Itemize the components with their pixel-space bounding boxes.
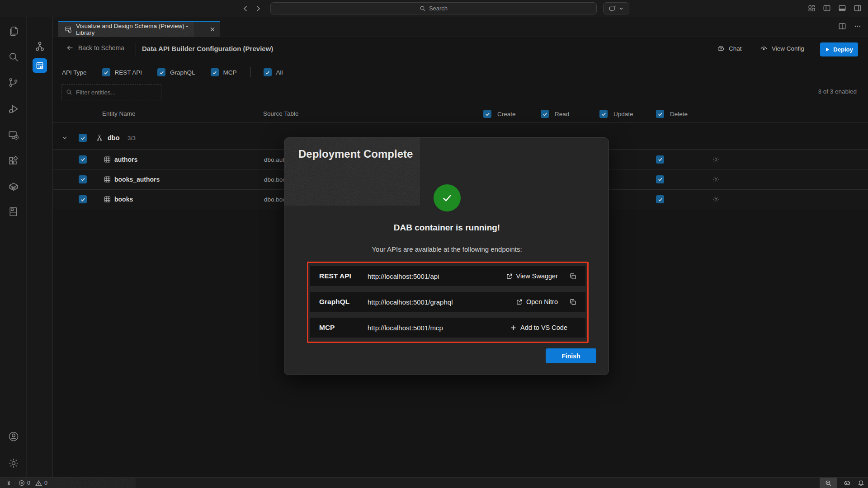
- endpoint-action-label: View Swagger: [516, 272, 558, 280]
- endpoint-row-mcp: MCP http://localhost:5001/mcp Add to VS …: [310, 318, 585, 338]
- finish-button[interactable]: Finish: [546, 348, 596, 363]
- search-view-icon[interactable]: [7, 51, 19, 63]
- explorer-icon[interactable]: [7, 25, 19, 37]
- row-checkbox[interactable]: [79, 195, 87, 203]
- source-control-icon[interactable]: [7, 76, 19, 89]
- external-link-icon: [516, 299, 523, 305]
- title-bar: Search: [0, 0, 868, 17]
- copy-icon[interactable]: [570, 273, 576, 280]
- delete-all-checkbox[interactable]: [656, 110, 664, 118]
- table-icon: [104, 175, 111, 183]
- mcp-checkbox[interactable]: [211, 68, 219, 76]
- open-nitro-link[interactable]: Open Nitro: [516, 298, 558, 305]
- delete-checkbox[interactable]: [656, 195, 664, 203]
- filter-entities-input[interactable]: Filter entities...: [61, 84, 161, 100]
- group-name: dbo: [108, 134, 120, 141]
- database-view-icon[interactable]: [7, 206, 19, 218]
- row-checkbox[interactable]: [79, 175, 87, 183]
- toggle-secondary-sidebar-icon[interactable]: [853, 3, 863, 13]
- extensions-icon[interactable]: [7, 155, 19, 167]
- eye-icon: [760, 44, 768, 53]
- add-to-vscode-link[interactable]: Add to VS Code: [510, 324, 567, 331]
- remote-explorer-icon[interactable]: [7, 129, 19, 141]
- dialog-subheading: Your APIs are available at the following…: [284, 245, 609, 253]
- api-type-row: API Type REST API GraphQL MCP All: [62, 65, 283, 80]
- play-icon: [825, 47, 830, 52]
- graphql-checkbox[interactable]: [157, 68, 165, 76]
- page-title: Data API Builder Configuration (Preview): [142, 45, 273, 52]
- delete-checkbox[interactable]: [656, 175, 664, 183]
- run-debug-icon[interactable]: [7, 103, 19, 115]
- zoom-indicator-icon[interactable]: [820, 478, 837, 488]
- view-rail: [27, 17, 53, 477]
- row-settings-gear-icon[interactable]: [712, 155, 720, 163]
- settings-gear-icon[interactable]: [7, 457, 19, 469]
- dab-config-view-icon[interactable]: [33, 58, 47, 73]
- header-divider: [136, 42, 136, 56]
- more-actions-icon[interactable]: [854, 22, 862, 30]
- tab-close-icon[interactable]: [210, 27, 215, 32]
- back-to-schema-link[interactable]: Back to Schema: [66, 44, 124, 52]
- activity-bar: [0, 17, 27, 477]
- rest-api-label: REST API: [115, 69, 142, 76]
- update-all-checkbox[interactable]: [599, 110, 608, 118]
- toggle-panel-icon[interactable]: [837, 3, 847, 13]
- search-placeholder: Search: [429, 5, 448, 12]
- search-input[interactable]: Search: [270, 2, 597, 14]
- nav-back-icon[interactable]: [241, 4, 250, 14]
- account-icon[interactable]: [7, 430, 19, 442]
- delete-checkbox[interactable]: [656, 155, 664, 164]
- nav-forward-icon[interactable]: [253, 4, 263, 14]
- col-update: Update: [613, 111, 633, 117]
- dialog-title: Deployment Complete: [298, 148, 413, 160]
- arrow-left-icon: [66, 44, 74, 52]
- col-entity-name: Entity Name: [102, 110, 136, 117]
- view-config-button[interactable]: View Config: [760, 44, 804, 53]
- copilot-status-icon[interactable]: [843, 479, 851, 487]
- back-label: Back to Schema: [78, 44, 124, 52]
- api-type-label: API Type: [62, 69, 87, 76]
- row-settings-gear-icon[interactable]: [712, 175, 720, 183]
- rest-api-checkbox[interactable]: [102, 68, 110, 76]
- row-settings-gear-icon[interactable]: [712, 196, 720, 203]
- editor-tab-bar: Visualize and Design Schema (Preview) - …: [53, 17, 868, 37]
- group-checkbox[interactable]: [79, 134, 87, 142]
- success-check-icon: [434, 184, 461, 211]
- schema-tab-icon: [65, 26, 72, 33]
- table-header: Entity Name Source Table Create Read Upd…: [53, 106, 868, 123]
- remote-indicator-icon[interactable]: [5, 480, 12, 487]
- chevron-down-icon[interactable]: [61, 135, 68, 141]
- create-all-checkbox[interactable]: [483, 110, 491, 118]
- toggle-primary-sidebar-icon[interactable]: [822, 3, 832, 13]
- plus-icon: [510, 324, 517, 331]
- chat-button[interactable]: Chat: [717, 44, 742, 53]
- chevron-down-icon: [619, 6, 623, 11]
- all-checkbox[interactable]: [264, 68, 272, 76]
- warning-icon: [35, 480, 42, 487]
- tab-visualize-design-schema[interactable]: Visualize and Design Schema (Preview) - …: [58, 21, 220, 37]
- deploy-button[interactable]: Deploy: [820, 42, 858, 56]
- read-all-checkbox[interactable]: [541, 110, 549, 118]
- notifications-bell-icon[interactable]: [858, 480, 864, 487]
- warning-count: 0: [44, 480, 47, 486]
- endpoints-annotation-box: REST API http://localhost:5001/api View …: [307, 262, 589, 343]
- split-editor-icon[interactable]: [838, 22, 846, 30]
- view-swagger-link[interactable]: View Swagger: [506, 272, 558, 280]
- endpoint-action-label: Open Nitro: [526, 298, 558, 305]
- row-checkbox[interactable]: [79, 155, 87, 164]
- graphql-label: GraphQL: [170, 69, 195, 76]
- schema-designer-icon[interactable]: [34, 41, 46, 52]
- schema-icon: [95, 134, 104, 142]
- status-bar: 0 0: [0, 477, 868, 488]
- container-icon[interactable]: [7, 180, 19, 192]
- problems-indicator[interactable]: 0 0: [19, 480, 47, 487]
- copilot-chat-toggle[interactable]: [603, 2, 629, 14]
- endpoint-row-rest: REST API http://localhost:5001/api View …: [310, 266, 585, 286]
- tab-title: Visualize and Design Schema (Preview) - …: [76, 23, 203, 36]
- copy-icon[interactable]: [570, 299, 576, 305]
- deploy-label: Deploy: [833, 46, 853, 53]
- table-icon: [104, 155, 111, 163]
- error-count: 0: [27, 480, 30, 486]
- customize-layout-icon[interactable]: [807, 3, 816, 13]
- endpoint-action-label: Add to VS Code: [520, 324, 567, 331]
